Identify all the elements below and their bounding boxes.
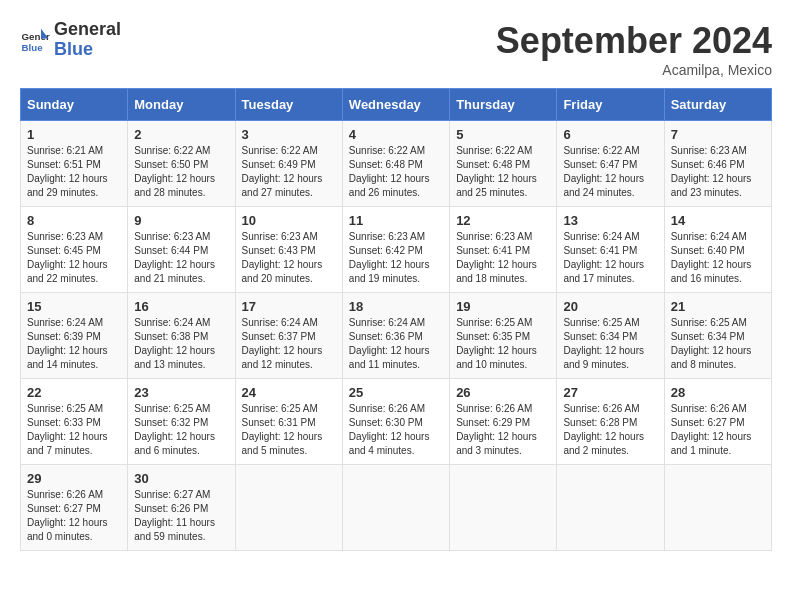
day-cell-1-1: 9Sunrise: 6:23 AM Sunset: 6:44 PM Daylig… <box>128 207 235 293</box>
day-number: 1 <box>27 127 121 142</box>
day-info: Sunrise: 6:21 AM Sunset: 6:51 PM Dayligh… <box>27 144 121 200</box>
header-thursday: Thursday <box>450 89 557 121</box>
day-number: 29 <box>27 471 121 486</box>
day-cell-0-0: 1Sunrise: 6:21 AM Sunset: 6:51 PM Daylig… <box>21 121 128 207</box>
day-info: Sunrise: 6:26 AM Sunset: 6:29 PM Dayligh… <box>456 402 550 458</box>
title-area: September 2024 Acamilpa, Mexico <box>496 20 772 78</box>
day-number: 19 <box>456 299 550 314</box>
day-number: 26 <box>456 385 550 400</box>
day-cell-2-0: 15Sunrise: 6:24 AM Sunset: 6:39 PM Dayli… <box>21 293 128 379</box>
day-info: Sunrise: 6:23 AM Sunset: 6:42 PM Dayligh… <box>349 230 443 286</box>
header-friday: Friday <box>557 89 664 121</box>
day-number: 15 <box>27 299 121 314</box>
day-info: Sunrise: 6:23 AM Sunset: 6:41 PM Dayligh… <box>456 230 550 286</box>
day-info: Sunrise: 6:25 AM Sunset: 6:35 PM Dayligh… <box>456 316 550 372</box>
day-cell-3-6: 28Sunrise: 6:26 AM Sunset: 6:27 PM Dayli… <box>664 379 771 465</box>
day-number: 20 <box>563 299 657 314</box>
day-cell-3-2: 24Sunrise: 6:25 AM Sunset: 6:31 PM Dayli… <box>235 379 342 465</box>
day-info: Sunrise: 6:23 AM Sunset: 6:45 PM Dayligh… <box>27 230 121 286</box>
day-info: Sunrise: 6:26 AM Sunset: 6:30 PM Dayligh… <box>349 402 443 458</box>
day-info: Sunrise: 6:23 AM Sunset: 6:44 PM Dayligh… <box>134 230 228 286</box>
day-number: 22 <box>27 385 121 400</box>
header-saturday: Saturday <box>664 89 771 121</box>
week-row-2: 8Sunrise: 6:23 AM Sunset: 6:45 PM Daylig… <box>21 207 772 293</box>
day-info: Sunrise: 6:25 AM Sunset: 6:34 PM Dayligh… <box>671 316 765 372</box>
day-info: Sunrise: 6:24 AM Sunset: 6:40 PM Dayligh… <box>671 230 765 286</box>
day-cell-1-2: 10Sunrise: 6:23 AM Sunset: 6:43 PM Dayli… <box>235 207 342 293</box>
day-number: 23 <box>134 385 228 400</box>
day-cell-1-6: 14Sunrise: 6:24 AM Sunset: 6:40 PM Dayli… <box>664 207 771 293</box>
day-number: 7 <box>671 127 765 142</box>
day-cell-2-3: 18Sunrise: 6:24 AM Sunset: 6:36 PM Dayli… <box>342 293 449 379</box>
day-number: 11 <box>349 213 443 228</box>
logo-icon: General Blue <box>20 25 50 55</box>
day-info: Sunrise: 6:22 AM Sunset: 6:48 PM Dayligh… <box>456 144 550 200</box>
day-cell-4-1: 30Sunrise: 6:27 AM Sunset: 6:26 PM Dayli… <box>128 465 235 551</box>
day-cell-2-2: 17Sunrise: 6:24 AM Sunset: 6:37 PM Dayli… <box>235 293 342 379</box>
day-info: Sunrise: 6:22 AM Sunset: 6:48 PM Dayligh… <box>349 144 443 200</box>
day-info: Sunrise: 6:26 AM Sunset: 6:28 PM Dayligh… <box>563 402 657 458</box>
calendar-header-row: SundayMondayTuesdayWednesdayThursdayFrid… <box>21 89 772 121</box>
header-wednesday: Wednesday <box>342 89 449 121</box>
day-cell-2-5: 20Sunrise: 6:25 AM Sunset: 6:34 PM Dayli… <box>557 293 664 379</box>
month-title: September 2024 <box>496 20 772 62</box>
logo-text: General Blue <box>54 20 121 60</box>
day-info: Sunrise: 6:25 AM Sunset: 6:34 PM Dayligh… <box>563 316 657 372</box>
day-cell-0-5: 6Sunrise: 6:22 AM Sunset: 6:47 PM Daylig… <box>557 121 664 207</box>
week-row-5: 29Sunrise: 6:26 AM Sunset: 6:27 PM Dayli… <box>21 465 772 551</box>
day-info: Sunrise: 6:25 AM Sunset: 6:33 PM Dayligh… <box>27 402 121 458</box>
day-cell-0-4: 5Sunrise: 6:22 AM Sunset: 6:48 PM Daylig… <box>450 121 557 207</box>
day-info: Sunrise: 6:27 AM Sunset: 6:26 PM Dayligh… <box>134 488 228 544</box>
day-cell-4-4 <box>450 465 557 551</box>
day-cell-0-3: 4Sunrise: 6:22 AM Sunset: 6:48 PM Daylig… <box>342 121 449 207</box>
day-number: 25 <box>349 385 443 400</box>
day-cell-3-4: 26Sunrise: 6:26 AM Sunset: 6:29 PM Dayli… <box>450 379 557 465</box>
day-cell-1-5: 13Sunrise: 6:24 AM Sunset: 6:41 PM Dayli… <box>557 207 664 293</box>
day-cell-0-2: 3Sunrise: 6:22 AM Sunset: 6:49 PM Daylig… <box>235 121 342 207</box>
day-cell-2-1: 16Sunrise: 6:24 AM Sunset: 6:38 PM Dayli… <box>128 293 235 379</box>
day-cell-0-1: 2Sunrise: 6:22 AM Sunset: 6:50 PM Daylig… <box>128 121 235 207</box>
svg-text:Blue: Blue <box>22 41 44 52</box>
day-cell-4-2 <box>235 465 342 551</box>
calendar-table: SundayMondayTuesdayWednesdayThursdayFrid… <box>20 88 772 551</box>
day-cell-1-3: 11Sunrise: 6:23 AM Sunset: 6:42 PM Dayli… <box>342 207 449 293</box>
day-info: Sunrise: 6:25 AM Sunset: 6:32 PM Dayligh… <box>134 402 228 458</box>
day-cell-1-0: 8Sunrise: 6:23 AM Sunset: 6:45 PM Daylig… <box>21 207 128 293</box>
day-number: 21 <box>671 299 765 314</box>
day-cell-3-3: 25Sunrise: 6:26 AM Sunset: 6:30 PM Dayli… <box>342 379 449 465</box>
day-number: 10 <box>242 213 336 228</box>
day-info: Sunrise: 6:24 AM Sunset: 6:41 PM Dayligh… <box>563 230 657 286</box>
day-info: Sunrise: 6:22 AM Sunset: 6:50 PM Dayligh… <box>134 144 228 200</box>
day-number: 8 <box>27 213 121 228</box>
day-cell-1-4: 12Sunrise: 6:23 AM Sunset: 6:41 PM Dayli… <box>450 207 557 293</box>
day-cell-3-0: 22Sunrise: 6:25 AM Sunset: 6:33 PM Dayli… <box>21 379 128 465</box>
day-cell-3-1: 23Sunrise: 6:25 AM Sunset: 6:32 PM Dayli… <box>128 379 235 465</box>
day-info: Sunrise: 6:25 AM Sunset: 6:31 PM Dayligh… <box>242 402 336 458</box>
day-cell-4-3 <box>342 465 449 551</box>
week-row-1: 1Sunrise: 6:21 AM Sunset: 6:51 PM Daylig… <box>21 121 772 207</box>
header-sunday: Sunday <box>21 89 128 121</box>
week-row-3: 15Sunrise: 6:24 AM Sunset: 6:39 PM Dayli… <box>21 293 772 379</box>
day-number: 28 <box>671 385 765 400</box>
page-header: General Blue General Blue September 2024… <box>20 20 772 78</box>
day-cell-2-4: 19Sunrise: 6:25 AM Sunset: 6:35 PM Dayli… <box>450 293 557 379</box>
day-number: 3 <box>242 127 336 142</box>
day-cell-4-6 <box>664 465 771 551</box>
day-info: Sunrise: 6:24 AM Sunset: 6:36 PM Dayligh… <box>349 316 443 372</box>
day-number: 18 <box>349 299 443 314</box>
day-number: 5 <box>456 127 550 142</box>
day-number: 14 <box>671 213 765 228</box>
logo: General Blue General Blue <box>20 20 121 60</box>
day-number: 9 <box>134 213 228 228</box>
day-number: 4 <box>349 127 443 142</box>
day-info: Sunrise: 6:23 AM Sunset: 6:43 PM Dayligh… <box>242 230 336 286</box>
day-cell-0-6: 7Sunrise: 6:23 AM Sunset: 6:46 PM Daylig… <box>664 121 771 207</box>
week-row-4: 22Sunrise: 6:25 AM Sunset: 6:33 PM Dayli… <box>21 379 772 465</box>
day-number: 2 <box>134 127 228 142</box>
day-number: 27 <box>563 385 657 400</box>
day-number: 17 <box>242 299 336 314</box>
day-info: Sunrise: 6:24 AM Sunset: 6:38 PM Dayligh… <box>134 316 228 372</box>
header-monday: Monday <box>128 89 235 121</box>
day-info: Sunrise: 6:22 AM Sunset: 6:49 PM Dayligh… <box>242 144 336 200</box>
day-cell-4-0: 29Sunrise: 6:26 AM Sunset: 6:27 PM Dayli… <box>21 465 128 551</box>
